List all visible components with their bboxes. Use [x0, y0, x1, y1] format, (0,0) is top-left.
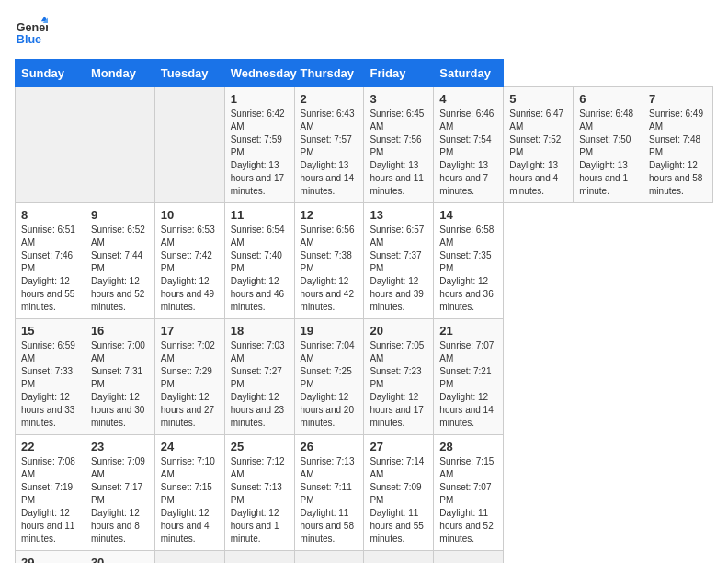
day-number: 28	[439, 440, 497, 454]
calendar-cell	[154, 87, 224, 203]
weekday-header-friday: Friday	[364, 60, 434, 87]
day-number: 14	[439, 208, 497, 222]
calendar-cell: 24Sunrise: 7:10 AMSunset: 7:15 PMDayligh…	[154, 435, 224, 551]
day-info: Sunrise: 6:52 AMSunset: 7:44 PMDaylight:…	[91, 224, 145, 312]
day-info: Sunrise: 7:04 AMSunset: 7:25 PMDaylight:…	[301, 340, 355, 428]
calendar-cell	[294, 551, 364, 564]
calendar-cell	[16, 87, 85, 203]
day-info: Sunrise: 6:46 AMSunset: 7:54 PMDaylight:…	[439, 109, 494, 196]
calendar-cell: 12Sunrise: 6:56 AMSunset: 7:38 PMDayligh…	[294, 203, 364, 319]
calendar-cell: 11Sunrise: 6:54 AMSunset: 7:40 PMDayligh…	[224, 203, 294, 319]
day-number: 19	[301, 324, 358, 338]
day-number: 4	[439, 92, 497, 106]
calendar-cell: 17Sunrise: 7:02 AMSunset: 7:29 PMDayligh…	[154, 319, 224, 435]
calendar-cell: 15Sunrise: 6:59 AMSunset: 7:33 PMDayligh…	[16, 319, 85, 435]
day-number: 2	[301, 92, 358, 106]
calendar-cell: 14Sunrise: 6:58 AMSunset: 7:35 PMDayligh…	[434, 203, 504, 319]
calendar-cell: 8Sunrise: 6:51 AMSunset: 7:46 PMDaylight…	[16, 203, 85, 319]
day-info: Sunrise: 6:57 AMSunset: 7:37 PMDaylight:…	[370, 224, 424, 312]
calendar-cell	[154, 551, 224, 564]
calendar-cell: 23Sunrise: 7:09 AMSunset: 7:17 PMDayligh…	[85, 435, 154, 551]
day-info: Sunrise: 7:14 AMSunset: 7:09 PMDaylight:…	[370, 456, 424, 544]
day-info: Sunrise: 7:05 AMSunset: 7:23 PMDaylight:…	[370, 340, 424, 428]
calendar-cell	[85, 87, 154, 203]
day-number: 25	[231, 440, 289, 454]
calendar-week-5: 29Sunrise: 7:17 AMSunset: 7:06 PMDayligh…	[16, 551, 713, 564]
day-info: Sunrise: 6:53 AMSunset: 7:42 PMDaylight:…	[161, 224, 215, 312]
day-info: Sunrise: 6:59 AMSunset: 7:33 PMDaylight:…	[21, 340, 75, 428]
day-number: 11	[231, 208, 289, 222]
calendar-cell: 22Sunrise: 7:08 AMSunset: 7:19 PMDayligh…	[16, 435, 85, 551]
day-number: 30	[91, 556, 149, 563]
page-header: General Blue	[15, 15, 713, 48]
day-number: 3	[370, 92, 427, 106]
day-number: 10	[161, 208, 219, 222]
day-number: 9	[91, 208, 149, 222]
day-number: 7	[649, 92, 707, 106]
calendar-cell: 30Sunrise: 7:18 AMSunset: 7:04 PMDayligh…	[85, 551, 154, 564]
calendar-cell: 18Sunrise: 7:03 AMSunset: 7:27 PMDayligh…	[224, 319, 294, 435]
day-number: 17	[161, 324, 219, 338]
calendar-cell	[364, 551, 434, 564]
weekday-header-wednesday: Wednesday	[224, 60, 294, 87]
day-info: Sunrise: 7:12 AMSunset: 7:13 PMDaylight:…	[231, 456, 285, 544]
day-info: Sunrise: 6:51 AMSunset: 7:46 PMDaylight:…	[21, 224, 75, 312]
calendar-cell: 27Sunrise: 7:14 AMSunset: 7:09 PMDayligh…	[364, 435, 434, 551]
day-number: 23	[91, 440, 149, 454]
day-info: Sunrise: 7:09 AMSunset: 7:17 PMDaylight:…	[91, 456, 145, 544]
calendar-cell: 7Sunrise: 6:49 AMSunset: 7:48 PMDaylight…	[643, 87, 713, 203]
calendar-cell: 3Sunrise: 6:45 AMSunset: 7:56 PMDaylight…	[364, 87, 434, 203]
day-info: Sunrise: 6:47 AMSunset: 7:52 PMDaylight:…	[509, 109, 563, 196]
day-info: Sunrise: 6:49 AMSunset: 7:48 PMDaylight:…	[649, 109, 703, 196]
day-info: Sunrise: 6:45 AMSunset: 7:56 PMDaylight:…	[370, 109, 424, 196]
day-number: 15	[21, 324, 79, 338]
day-number: 20	[370, 324, 427, 338]
day-info: Sunrise: 7:13 AMSunset: 7:11 PMDaylight:…	[301, 456, 355, 544]
calendar-cell: 10Sunrise: 6:53 AMSunset: 7:42 PMDayligh…	[154, 203, 224, 319]
calendar-cell: 21Sunrise: 7:07 AMSunset: 7:21 PMDayligh…	[434, 319, 504, 435]
calendar-cell	[224, 551, 294, 564]
day-number: 13	[370, 208, 427, 222]
day-number: 24	[161, 440, 219, 454]
day-info: Sunrise: 7:00 AMSunset: 7:31 PMDaylight:…	[91, 340, 145, 428]
calendar-cell: 6Sunrise: 6:48 AMSunset: 7:50 PMDaylight…	[574, 87, 643, 203]
calendar-cell: 19Sunrise: 7:04 AMSunset: 7:25 PMDayligh…	[294, 319, 364, 435]
day-number: 26	[301, 440, 358, 454]
calendar-table: SundayMondayTuesdayWednesdayThursdayFrid…	[15, 59, 713, 563]
weekday-header-saturday: Saturday	[434, 60, 504, 87]
calendar-week-1: 1Sunrise: 6:42 AMSunset: 7:59 PMDaylight…	[16, 87, 713, 203]
weekday-header-sunday: Sunday	[16, 60, 85, 87]
day-number: 22	[21, 440, 79, 454]
calendar-cell	[434, 551, 504, 564]
calendar-week-4: 22Sunrise: 7:08 AMSunset: 7:19 PMDayligh…	[16, 435, 713, 551]
calendar-cell: 1Sunrise: 6:42 AMSunset: 7:59 PMDaylight…	[224, 87, 294, 203]
day-info: Sunrise: 6:54 AMSunset: 7:40 PMDaylight:…	[231, 224, 285, 312]
day-number: 8	[21, 208, 79, 222]
day-info: Sunrise: 7:15 AMSunset: 7:07 PMDaylight:…	[439, 456, 494, 544]
calendar-week-2: 8Sunrise: 6:51 AMSunset: 7:46 PMDaylight…	[16, 203, 713, 319]
day-number: 6	[579, 92, 637, 106]
day-number: 12	[301, 208, 358, 222]
day-number: 29	[21, 556, 79, 563]
calendar-cell: 26Sunrise: 7:13 AMSunset: 7:11 PMDayligh…	[294, 435, 364, 551]
logo: General Blue	[15, 15, 48, 48]
day-info: Sunrise: 6:42 AMSunset: 7:59 PMDaylight:…	[231, 109, 285, 196]
day-info: Sunrise: 6:43 AMSunset: 7:57 PMDaylight:…	[301, 109, 355, 196]
calendar-cell: 29Sunrise: 7:17 AMSunset: 7:06 PMDayligh…	[16, 551, 85, 564]
weekday-header-monday: Monday	[85, 60, 154, 87]
day-number: 21	[439, 324, 497, 338]
calendar-cell: 9Sunrise: 6:52 AMSunset: 7:44 PMDaylight…	[85, 203, 154, 319]
day-info: Sunrise: 7:10 AMSunset: 7:15 PMDaylight:…	[161, 456, 215, 544]
day-number: 27	[370, 440, 427, 454]
calendar-cell: 20Sunrise: 7:05 AMSunset: 7:23 PMDayligh…	[364, 319, 434, 435]
day-number: 1	[231, 92, 289, 106]
day-info: Sunrise: 7:08 AMSunset: 7:19 PMDaylight:…	[21, 456, 75, 544]
day-number: 16	[91, 324, 149, 338]
day-info: Sunrise: 7:07 AMSunset: 7:21 PMDaylight:…	[439, 340, 494, 428]
calendar-cell: 2Sunrise: 6:43 AMSunset: 7:57 PMDaylight…	[294, 87, 364, 203]
day-number: 18	[231, 324, 289, 338]
day-number: 5	[509, 92, 567, 106]
day-info: Sunrise: 6:48 AMSunset: 7:50 PMDaylight:…	[579, 109, 633, 196]
day-info: Sunrise: 7:03 AMSunset: 7:27 PMDaylight:…	[231, 340, 285, 428]
weekday-header-thursday: Thursday	[294, 60, 364, 87]
